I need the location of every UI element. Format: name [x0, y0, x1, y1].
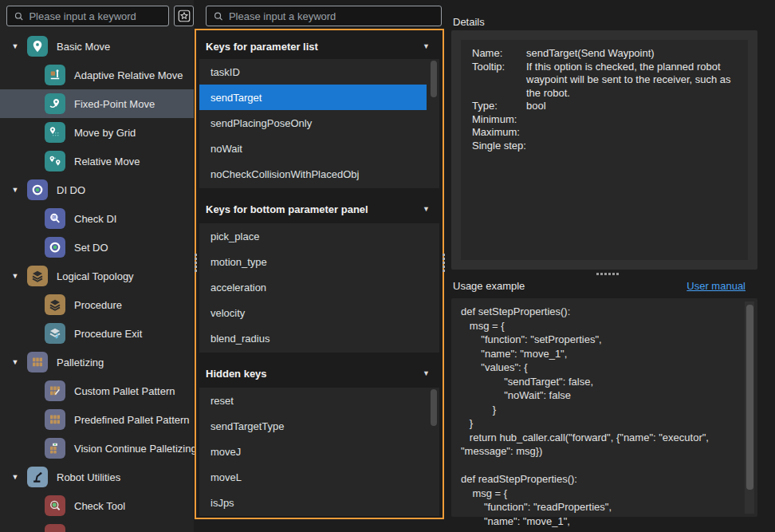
left-search-input[interactable] — [29, 10, 162, 22]
tree-item-relative-move[interactable]: Relative Move — [0, 147, 194, 175]
splitter-handle-right[interactable] — [442, 249, 445, 276]
svg-text:DI: DI — [53, 215, 57, 219]
details-panel: Name: sendTarget(Send Waypoint) Tooltip:… — [451, 30, 757, 270]
tree-item-move-by-grid[interactable]: Move by Grid — [0, 118, 194, 147]
tree-item-procedure-exit[interactable]: Procedure Exit — [0, 319, 194, 348]
favorites-button[interactable] — [174, 6, 194, 26]
tree-item-palletizing[interactable]: ▼ Palletizing — [0, 348, 194, 376]
basic-move-icon — [27, 36, 48, 57]
key-item-pick-place[interactable]: pick_place — [199, 223, 439, 249]
tree-item-basic-move[interactable]: ▼ Basic Move — [0, 32, 194, 61]
left-search-box[interactable] — [6, 6, 169, 26]
collapse-arrow-icon[interactable]: ▼ — [423, 369, 430, 377]
key-item-velocity[interactable]: velocity — [199, 300, 439, 325]
key-item-blend-radius[interactable]: blend_radius — [199, 325, 439, 351]
custom-pallet-pattern-icon — [45, 380, 65, 401]
key-item-movej[interactable]: moveJ — [199, 439, 439, 464]
detail-label: Minimum: — [472, 113, 526, 127]
section-title: Keys for bottom parameter panel — [206, 203, 368, 215]
tree-item-label: Procedure Exit — [74, 328, 142, 340]
procedure-exit-icon — [45, 323, 65, 344]
keys-panel: Keys for parameter list ▼ taskID sendTar… — [195, 29, 444, 519]
tree-item-logical-topology[interactable]: ▼ Logical Topology — [0, 262, 194, 290]
detail-value: sendTarget(Send Waypoint) — [526, 47, 740, 61]
detail-row-minimum: Minimum: — [472, 113, 748, 127]
tree-item-procedure[interactable]: Procedure — [0, 290, 194, 319]
tree-item-label: Check DI — [74, 213, 116, 225]
star-box-icon — [177, 9, 191, 23]
section-title: Hidden keys — [206, 368, 267, 380]
partial-tree-icon — [45, 524, 65, 532]
di-do-icon — [27, 179, 48, 200]
key-item-taskid[interactable]: taskID — [199, 59, 439, 85]
detail-label: Type: — [472, 100, 526, 113]
key-item-acceleration[interactable]: acceleration — [199, 274, 439, 300]
collapse-arrow-icon[interactable]: ▼ — [423, 42, 430, 50]
scrollbar-thumb[interactable] — [431, 389, 437, 426]
tree-item-label: Custom Pallet Pattern — [74, 385, 175, 397]
key-item-sendtarget[interactable]: sendTarget — [199, 85, 427, 110]
tree-item-vision-continue-palletizing[interactable]: Vision Continue Palletizing — [0, 434, 194, 463]
keys-search-box[interactable] — [206, 6, 442, 26]
scrollbar-track[interactable] — [745, 301, 754, 514]
tree-item-predefined-pallet-pattern[interactable]: Predefined Pallet Pattern — [0, 405, 194, 434]
tree-item-label: Move by Grid — [74, 127, 136, 139]
key-item-sendtargettype[interactable]: sendTargetType — [199, 413, 439, 439]
user-manual-link[interactable]: User manual — [686, 280, 745, 292]
details-title: Details — [453, 16, 485, 28]
collapse-arrow-icon[interactable]: ▼ — [423, 205, 430, 213]
tree-item-label: Basic Move — [57, 41, 110, 53]
key-item-nowait[interactable]: noWait — [199, 136, 439, 161]
key-item-movel[interactable]: moveL — [199, 464, 439, 490]
move-by-grid-icon — [45, 122, 65, 143]
key-item-isjps[interactable]: isJps — [199, 490, 439, 515]
expand-arrow-icon[interactable]: ▼ — [10, 186, 21, 194]
tree-item-label: Check Tool — [74, 500, 125, 512]
expand-arrow-icon[interactable]: ▼ — [10, 272, 21, 280]
tree-item-robot-utilities[interactable]: ▼ Robot Utilities — [0, 463, 194, 491]
detail-value — [526, 113, 740, 127]
section-header-parameter-list[interactable]: Keys for parameter list ▼ — [199, 35, 439, 57]
tree-item-di-do[interactable]: ▼ DI DO — [0, 175, 194, 204]
expand-arrow-icon[interactable]: ▼ — [10, 358, 21, 366]
section-title: Keys for parameter list — [206, 41, 318, 53]
step-library-panel: ▼ Basic Move Adaptive Relative Move Fixe… — [0, 0, 194, 532]
check-di-icon: DI — [45, 208, 65, 229]
details-content: Name: sendTarget(Send Waypoint) Tooltip:… — [461, 40, 748, 260]
tree-item-label: Relative Move — [74, 156, 140, 167]
hidden-keys-list-box: reset sendTargetType moveJ moveL isJps — [199, 388, 439, 516]
tree-item-check-di[interactable]: DI Check DI — [0, 204, 194, 233]
section-header-hidden-keys[interactable]: Hidden keys ▼ — [199, 362, 439, 384]
section-header-bottom-parameter-panel[interactable]: Keys for bottom parameter panel ▼ — [199, 198, 439, 220]
predefined-pallet-pattern-icon — [45, 409, 65, 430]
palletizing-icon — [27, 352, 48, 372]
key-item-motion-type[interactable]: motion_type — [199, 249, 439, 274]
scrollbar-thumb[interactable] — [431, 61, 437, 97]
tree-item-label: Predefined Pallet Pattern — [74, 414, 190, 426]
search-icon — [14, 10, 24, 22]
check-tool-icon — [45, 495, 65, 516]
key-item-nocheckcollisionwithplacedobj[interactable]: noCheckCollisionWithPlacedObj — [199, 161, 439, 187]
splitter-handle-left[interactable] — [194, 249, 197, 276]
tree-item-check-tool[interactable]: Check Tool — [0, 491, 194, 520]
step-tree: ▼ Basic Move Adaptive Relative Move Fixe… — [0, 32, 194, 520]
keys-search-input[interactable] — [229, 10, 435, 22]
detail-value — [526, 126, 740, 140]
usage-example-code-box: def setStepProperties(): msg = { "functi… — [451, 298, 757, 517]
splitter-handle-horizontal[interactable] — [596, 273, 619, 275]
key-item-sendplacingposeonly[interactable]: sendPlacingPoseOnly — [199, 110, 439, 136]
tree-item-label: Fixed-Point Move — [74, 98, 155, 110]
tree-item-adaptive-relative-move[interactable]: Adaptive Relative Move — [0, 61, 194, 89]
detail-value: If this option is checked, the planned r… — [526, 61, 740, 100]
robot-utilities-icon — [27, 467, 48, 487]
logical-topology-icon — [27, 266, 48, 286]
expand-arrow-icon[interactable]: ▼ — [10, 473, 21, 481]
tree-item-label: Robot Utilities — [57, 471, 120, 483]
scrollbar-thumb[interactable] — [746, 305, 753, 490]
detail-value: bool — [526, 100, 740, 113]
tree-item-set-do[interactable]: Set DO — [0, 233, 194, 262]
key-item-reset[interactable]: reset — [199, 388, 439, 413]
tree-item-fixed-point-move[interactable]: Fixed-Point Move — [0, 89, 194, 118]
expand-arrow-icon[interactable]: ▼ — [10, 42, 21, 50]
tree-item-custom-pallet-pattern[interactable]: Custom Pallet Pattern — [0, 376, 194, 405]
